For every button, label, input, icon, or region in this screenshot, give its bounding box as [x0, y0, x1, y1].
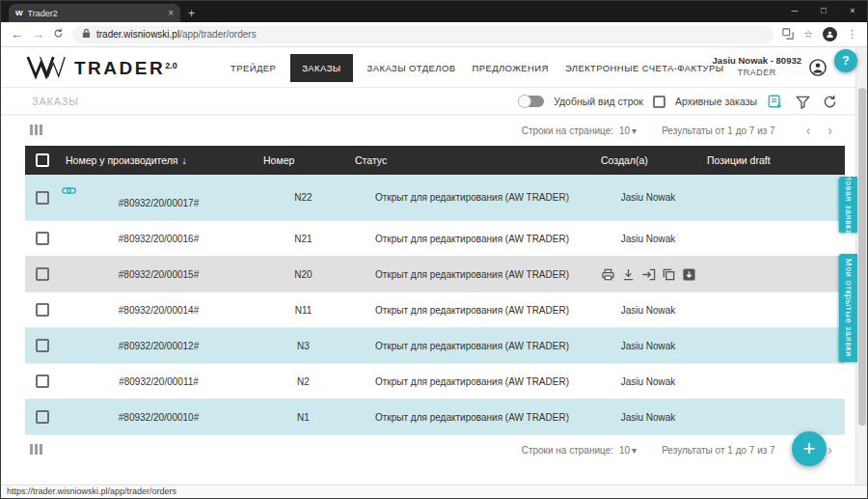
- row-checkbox[interactable]: [36, 303, 49, 317]
- browser-toolbar: ← → trader.wisniowski.pl/app/trader/orde…: [1, 22, 867, 47]
- nav-item-department-orders[interactable]: ЗАКАЗЫ ОТДЕЛОВ: [366, 57, 458, 79]
- column-header-number[interactable]: Номер: [258, 154, 349, 166]
- page-toolbar: ЗАКАЗЫ Удобный вид строк Архивные заказы: [1, 88, 857, 115]
- list-controls-top: Строки на странице: 10▾ Результаты от 1 …: [1, 118, 857, 143]
- dropdown-icon: ▾: [632, 125, 637, 136]
- sort-desc-icon: ↓: [182, 154, 187, 166]
- app-logo[interactable]: TRADER2.0: [26, 54, 177, 83]
- creator-cell: Jasiu Nowak: [595, 234, 701, 244]
- order-number-cell: N2: [258, 376, 349, 387]
- status-cell: Открыт для редактирования (AW TRADER): [349, 341, 595, 351]
- row-checkbox[interactable]: [36, 410, 49, 424]
- browser-window: W Trader2 × + ─ □ × ← → trader.wisniowsk…: [0, 0, 868, 499]
- archive-orders-label: Архивные заказы: [675, 96, 757, 107]
- browser-menu-icon[interactable]: ⋮: [847, 28, 857, 41]
- columns-icon[interactable]: [30, 125, 42, 135]
- rows-per-page-select[interactable]: 10▾: [619, 445, 637, 456]
- orders-table: Номер у производителя↓ Номер Статус Созд…: [25, 146, 845, 435]
- results-range-label: Результаты от 1 до 7 из 7: [662, 445, 775, 456]
- app-header: TRADER2.0 ТРЕЙДЕР ЗАКАЗЫ ЗАКАЗЫ ОТДЕЛОВ …: [1, 47, 857, 88]
- download-icon[interactable]: [621, 267, 636, 282]
- table-row[interactable]: #80932/20/00011# N2 Открыт для редактиро…: [25, 364, 845, 400]
- column-header-producer[interactable]: Номер у производителя↓: [60, 154, 258, 166]
- new-tab-button[interactable]: +: [188, 7, 195, 20]
- producer-number-cell: #80932/20/00011#: [60, 376, 258, 387]
- account-icon[interactable]: [809, 59, 827, 80]
- creator-cell: Jasiu Nowak: [595, 412, 701, 423]
- nav-item-orders[interactable]: ЗАКАЗЫ: [290, 54, 352, 82]
- user-info: Jasiu Nowak - 80932 TRADER: [713, 55, 801, 77]
- address-bar[interactable]: trader.wisniowski.pl/app/trader/orders: [72, 26, 773, 43]
- column-header-creator[interactable]: Создал(а): [595, 154, 701, 166]
- refresh-icon[interactable]: [821, 93, 838, 110]
- comfort-view-toggle[interactable]: [519, 96, 544, 107]
- table-row[interactable]: #80932/20/00012# N3 Открыт для редактиро…: [25, 328, 845, 364]
- rows-per-page-select[interactable]: 10▾: [619, 125, 637, 136]
- table-row[interactable]: #80932/20/00015# N20 Открыт для редактир…: [25, 257, 845, 292]
- prev-page-icon[interactable]: ‹: [800, 123, 817, 138]
- nav-item-offers[interactable]: ПРЕДЛОЖЕНИЯ: [470, 57, 550, 79]
- forward-icon[interactable]: →: [32, 28, 44, 41]
- favicon: W: [15, 9, 23, 17]
- logo-text: TRADER: [74, 58, 165, 78]
- filter-icon[interactable]: [794, 93, 811, 110]
- print-icon[interactable]: [601, 267, 615, 282]
- status-cell: Открыт для редактирования (AW TRADER): [349, 269, 595, 280]
- help-button[interactable]: ?: [834, 49, 857, 72]
- order-number-cell: N1: [258, 412, 349, 423]
- select-all-checkbox[interactable]: [36, 153, 49, 167]
- tab-close-icon[interactable]: ×: [168, 8, 174, 18]
- table-header-row: Номер у производителя↓ Номер Статус Созд…: [25, 146, 845, 175]
- columns-icon[interactable]: [30, 444, 42, 455]
- url-path: /app/trader/orders: [179, 29, 257, 40]
- link-icon: [60, 186, 258, 198]
- browser-profile-avatar[interactable]: [823, 27, 837, 42]
- table-add-icon[interactable]: [767, 93, 784, 110]
- producer-number-cell: #80932/20/00014#: [60, 305, 258, 316]
- order-number-cell: N11: [258, 305, 349, 316]
- column-header-positions[interactable]: Позиции draft: [701, 154, 845, 166]
- row-checkbox[interactable]: [36, 191, 49, 205]
- order-number-cell: N21: [258, 234, 349, 244]
- status-bar: https://trader.wisniowski.pl/app/trader/…: [1, 485, 867, 498]
- scrollbar-thumb[interactable]: [858, 88, 866, 426]
- dropdown-icon: ▾: [632, 445, 637, 456]
- table-row[interactable]: #80932/20/00014# N11 Открыт для редактир…: [25, 292, 845, 328]
- producer-number-cell: #80932/20/00015#: [60, 269, 258, 280]
- browser-action-icon[interactable]: [782, 26, 794, 43]
- open-in-icon[interactable]: [641, 267, 656, 282]
- status-cell: Открыт для редактирования (AW TRADER): [349, 412, 595, 423]
- bookmark-star-icon[interactable]: ☆: [803, 28, 813, 41]
- nav-item-e-invoices[interactable]: ЭЛЕКТРОННЫЕ СЧЕТА-ФАКТУРЫ: [563, 57, 726, 79]
- status-cell: Открыт для редактирования (AW TRADER): [349, 192, 595, 203]
- row-checkbox[interactable]: [36, 339, 49, 352]
- window-maximize-button[interactable]: □: [809, 1, 838, 20]
- row-checkbox[interactable]: [36, 232, 49, 245]
- status-cell: Открыт для редактирования (AW TRADER): [349, 234, 595, 244]
- reload-icon[interactable]: [53, 28, 64, 41]
- add-order-fab[interactable]: +: [792, 431, 827, 466]
- window-minimize-button[interactable]: ─: [780, 1, 809, 20]
- url-host: trader.wisniowski.pl: [96, 29, 179, 40]
- row-checkbox[interactable]: [36, 267, 49, 281]
- table-row[interactable]: #80932/20/00010# N1 Открыт для редактиро…: [25, 400, 845, 435]
- side-tab-my-open-requests[interactable]: Мои открытые заявки: [839, 254, 857, 362]
- row-checkbox[interactable]: [36, 374, 49, 388]
- next-page-icon[interactable]: ›: [822, 123, 838, 138]
- browser-tab[interactable]: W Trader2 ×: [9, 4, 180, 22]
- lock-icon: [82, 28, 91, 41]
- order-number-cell: N3: [258, 341, 349, 351]
- archive-orders-checkbox[interactable]: [653, 96, 665, 108]
- window-close-button[interactable]: ×: [838, 1, 867, 20]
- page-title: ЗАКАЗЫ: [32, 96, 79, 107]
- table-row[interactable]: #80932/20/00016# N21 Открыт для редактир…: [25, 221, 845, 257]
- status-cell: Открыт для редактирования (AW TRADER): [349, 376, 595, 387]
- copy-icon[interactable]: [662, 267, 676, 282]
- nav-item-trader[interactable]: ТРЕЙДЕР: [229, 57, 278, 79]
- archive-icon[interactable]: [682, 267, 696, 282]
- side-tab-new-request[interactable]: Новая заявка: [839, 177, 857, 233]
- column-header-status[interactable]: Статус: [349, 154, 595, 166]
- back-icon[interactable]: ←: [11, 28, 23, 41]
- user-role: TRADER: [713, 68, 801, 77]
- table-row[interactable]: #80932/20/00017# N22 Открыт для редактир…: [25, 175, 845, 221]
